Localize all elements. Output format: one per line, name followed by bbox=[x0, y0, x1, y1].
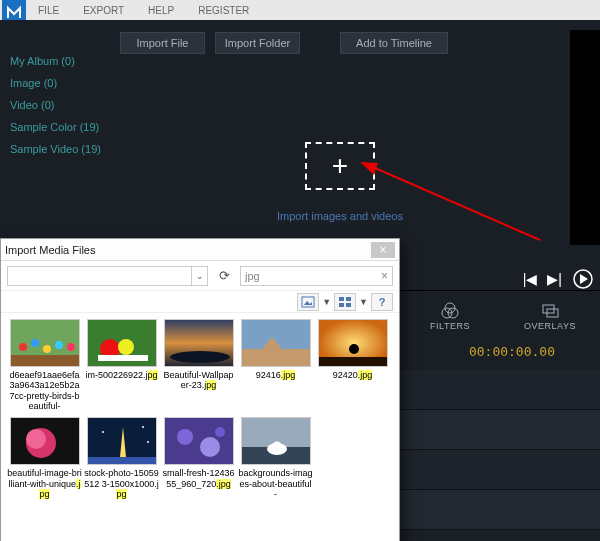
svg-rect-25 bbox=[98, 355, 148, 361]
file-name: 92420.jpg bbox=[333, 370, 373, 380]
timeline-row[interactable] bbox=[400, 490, 600, 530]
view-mode-icon[interactable] bbox=[334, 293, 356, 311]
plus-icon: + bbox=[332, 152, 348, 180]
dialog-toolbar: ⌄ ⟳ jpg × bbox=[1, 261, 399, 291]
svg-rect-11 bbox=[339, 297, 344, 301]
svg-point-18 bbox=[43, 345, 51, 353]
refresh-icon[interactable]: ⟳ bbox=[214, 266, 234, 286]
file-item[interactable]: im-500226922.jpg bbox=[84, 319, 159, 411]
file-item[interactable]: stock-photo-15059512 3-1500x1000.jpg bbox=[84, 417, 159, 499]
import-dropzone[interactable]: + bbox=[305, 142, 375, 190]
file-item[interactable]: Beautiful-Wallpaper-23.jpg bbox=[161, 319, 236, 411]
prev-frame-icon[interactable]: |◀ bbox=[523, 271, 538, 287]
dialog-close-button[interactable]: × bbox=[371, 242, 395, 258]
file-thumbnail bbox=[164, 417, 234, 465]
svg-point-19 bbox=[55, 341, 63, 349]
dialog-title: Import Media Files bbox=[5, 244, 95, 256]
menu-help[interactable]: HELP bbox=[136, 5, 186, 16]
file-name: d6eaef91aae6efa3a9643a12e5b2a7cc-pretty-… bbox=[7, 370, 82, 411]
dropzone-label: Import images and videos bbox=[240, 210, 440, 222]
file-name: backgrounds-images-about-beautiful- bbox=[238, 468, 313, 499]
svg-point-20 bbox=[67, 343, 75, 351]
file-thumbnail bbox=[87, 417, 157, 465]
file-name: Beautiful-Wallpaper-23.jpg bbox=[161, 370, 236, 391]
svg-line-0 bbox=[368, 165, 540, 240]
file-item[interactable]: backgrounds-images-about-beautiful- bbox=[238, 417, 313, 499]
file-thumbnail bbox=[318, 319, 388, 367]
viewmode-dropdown-caret-icon[interactable]: ▼ bbox=[359, 297, 368, 307]
file-item[interactable]: small-fresh-1243655_960_720.jpg bbox=[161, 417, 236, 499]
file-thumbnail bbox=[164, 319, 234, 367]
svg-marker-3 bbox=[580, 274, 588, 284]
svg-point-35 bbox=[26, 429, 46, 449]
timeline-row[interactable] bbox=[400, 450, 600, 490]
timeline-row[interactable] bbox=[400, 410, 600, 450]
overlays-icon bbox=[541, 301, 559, 319]
sidebar-item-myalbum[interactable]: My Album (0) bbox=[10, 50, 115, 72]
menu-register[interactable]: REGISTER bbox=[186, 5, 261, 16]
tab-overlays-label: OVERLAYS bbox=[524, 321, 576, 331]
dialog-view-options: ▼ ▼ ? bbox=[1, 291, 399, 313]
transport-controls: |◀ ▶| bbox=[523, 268, 594, 290]
next-frame-icon[interactable]: ▶| bbox=[547, 271, 562, 287]
clear-search-icon[interactable]: × bbox=[381, 269, 388, 283]
file-name: small-fresh-1243655_960_720.jpg bbox=[161, 468, 236, 489]
svg-point-41 bbox=[147, 441, 149, 443]
filters-icon bbox=[441, 301, 459, 319]
file-thumbnail bbox=[10, 417, 80, 465]
import-file-button[interactable]: Import File bbox=[120, 32, 205, 54]
dialog-titlebar[interactable]: Import Media Files × bbox=[1, 239, 399, 261]
file-thumbnail bbox=[241, 319, 311, 367]
svg-rect-29 bbox=[242, 349, 310, 367]
import-folder-button[interactable]: Import Folder bbox=[215, 32, 300, 54]
svg-rect-38 bbox=[88, 457, 156, 465]
svg-rect-42 bbox=[165, 417, 233, 465]
tab-filters[interactable]: FILTERS bbox=[400, 291, 500, 340]
svg-point-48 bbox=[267, 443, 287, 455]
menu-file[interactable]: FILE bbox=[26, 5, 71, 16]
svg-point-39 bbox=[102, 431, 104, 433]
svg-rect-14 bbox=[346, 303, 351, 307]
timeline[interactable] bbox=[400, 370, 600, 530]
svg-rect-21 bbox=[11, 355, 79, 367]
logo-icon bbox=[6, 4, 22, 20]
file-item[interactable]: 92420.jpg bbox=[315, 319, 390, 411]
sidebar-item-image[interactable]: Image (0) bbox=[10, 72, 115, 94]
sidebar-item-samplecolor[interactable]: Sample Color (19) bbox=[10, 116, 115, 138]
svg-rect-12 bbox=[346, 297, 351, 301]
sidebar-item-video[interactable]: Video (0) bbox=[10, 94, 115, 116]
help-icon[interactable]: ? bbox=[371, 293, 393, 311]
file-thumbnail bbox=[10, 319, 80, 367]
media-sidebar: My Album (0) Image (0) Video (0) Sample … bbox=[0, 50, 115, 160]
import-toolbar: Import File Import Folder Add to Timelin… bbox=[120, 32, 448, 54]
svg-point-45 bbox=[215, 427, 225, 437]
view-dropdown-caret-icon[interactable]: ▼ bbox=[322, 297, 331, 307]
sidebar-item-samplevideo[interactable]: Sample Video (19) bbox=[10, 138, 115, 160]
play-icon[interactable] bbox=[572, 268, 594, 290]
search-value: jpg bbox=[245, 270, 260, 282]
tab-filters-label: FILTERS bbox=[430, 321, 470, 331]
search-input[interactable]: jpg × bbox=[240, 266, 393, 286]
import-media-dialog: Import Media Files × ⌄ ⟳ jpg × ▼ ▼ ? d6e… bbox=[0, 238, 400, 541]
svg-rect-13 bbox=[339, 303, 344, 307]
file-thumbnail bbox=[87, 319, 157, 367]
file-name: stock-photo-15059512 3-1500x1000.jpg bbox=[84, 468, 159, 499]
add-to-timeline-button[interactable]: Add to Timeline bbox=[340, 32, 448, 54]
svg-point-32 bbox=[349, 344, 359, 354]
view-preview-icon[interactable] bbox=[297, 293, 319, 311]
svg-point-24 bbox=[118, 339, 134, 355]
file-item[interactable]: 92416.jpg bbox=[238, 319, 313, 411]
svg-rect-31 bbox=[319, 357, 387, 367]
file-name: 92416.jpg bbox=[256, 370, 296, 380]
file-item[interactable]: d6eaef91aae6efa3a9643a12e5b2a7cc-pretty-… bbox=[7, 319, 82, 411]
file-item[interactable]: beautiful-image-brilliant-with-unique.jp… bbox=[7, 417, 82, 499]
path-dropdown-icon[interactable]: ⌄ bbox=[192, 266, 208, 286]
file-name: beautiful-image-brilliant-with-unique.jp… bbox=[7, 468, 82, 499]
tab-overlays[interactable]: OVERLAYS bbox=[500, 291, 600, 340]
timeline-row[interactable] bbox=[400, 370, 600, 410]
menu-export[interactable]: EXPORT bbox=[71, 5, 136, 16]
app-area: My Album (0) Image (0) Video (0) Sample … bbox=[0, 20, 600, 541]
file-thumbnail bbox=[241, 417, 311, 465]
path-input[interactable] bbox=[7, 266, 192, 286]
menubar: FILE EXPORT HELP REGISTER bbox=[0, 0, 600, 20]
